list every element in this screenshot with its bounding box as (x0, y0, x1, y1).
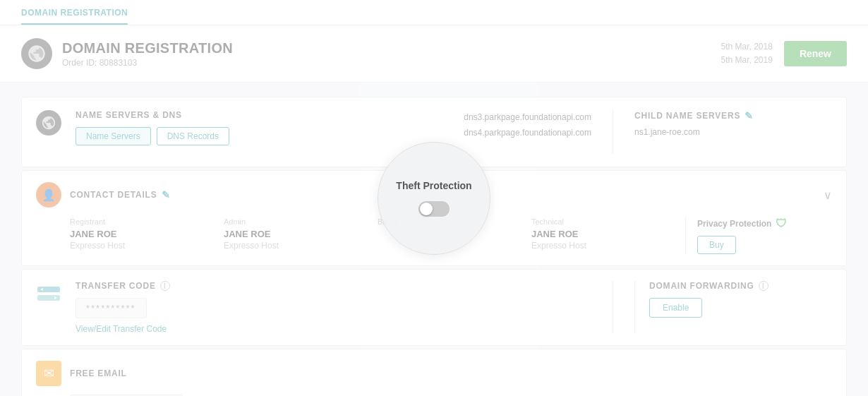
theft-protection-label: Theft Protection (396, 180, 471, 191)
theft-protection-overlay: Theft Protection (0, 0, 868, 396)
theft-protection-toggle[interactable] (418, 201, 450, 217)
theft-protection-circle: Theft Protection (378, 142, 490, 255)
